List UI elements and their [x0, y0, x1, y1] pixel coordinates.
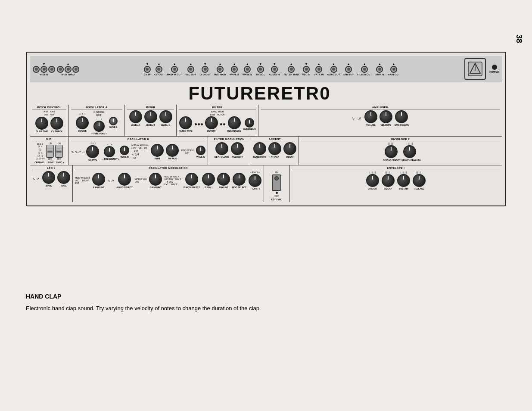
control-panels: PITCH CONTROL A BX AX B A B ABX GLIDE TI…: [30, 105, 502, 202]
pwm-knob[interactable]: PWM: [151, 144, 164, 160]
b-mod-select-knob[interactable]: B MOD SELECT: [184, 173, 200, 189]
patch-osc-mod: ▲ OSC MOD: [214, 62, 226, 76]
bottom-content: HAND CLAP Electronic hand clap sound. Tr…: [26, 293, 506, 313]
b-env-i-knob[interactable]: B ENV I: [202, 173, 215, 189]
volume-knob[interactable]: VOLUME: [364, 110, 377, 126]
wave-a-selector[interactable]: WAVE A: [109, 117, 118, 128]
mod-select-knob[interactable]: MOD SELECT: [232, 173, 246, 189]
brand-icon: [464, 58, 486, 80]
jack[interactable]: [171, 66, 178, 73]
attack-decay-knob[interactable]: ATTACK / DECAY: [383, 145, 399, 161]
jack[interactable]: [231, 66, 238, 73]
accent-panel: ACCENT SENSITIVITY ATTACK DECAY: [251, 137, 299, 165]
glide-time-knob[interactable]: GLIDE TIME: [35, 117, 48, 133]
overdrive-knob[interactable]: OVERDRIVE: [243, 118, 256, 131]
envelope2-panel: ENVELOPE 2 ||||| ATTACK / DECAY: [299, 137, 502, 165]
filter-type-knob[interactable]: FILTER TYPE: [179, 116, 193, 132]
jack[interactable]: [303, 66, 310, 73]
wave-c-knob[interactable]: WAVE C: [196, 146, 205, 158]
level-a-knob[interactable]: LEVEL A: [129, 110, 142, 126]
envelope1-panel: ENVELOPE I ||||| ATTACK |||||: [290, 165, 502, 202]
power-led: [492, 65, 497, 70]
patch-filter-out: ▲ FILTER OUT: [357, 62, 372, 76]
cv-track-knob[interactable]: CV TRACK: [50, 117, 63, 133]
oscillator-a-panel: OSCILLATOR A -101 OCTAVE ℝ NOISE EXT −: [69, 105, 125, 136]
filter-velocity-knob[interactable]: VELOCITY: [231, 142, 244, 158]
jack[interactable]: [72, 66, 79, 73]
jack[interactable]: [144, 66, 151, 73]
cutoff-knob[interactable]: CUTOFF: [205, 116, 218, 132]
amount-knob[interactable]: AMOUNT: [217, 173, 230, 189]
jack[interactable]: [330, 66, 337, 73]
osc-b-octave-knob[interactable]: -202 OCTAVE: [86, 142, 99, 161]
patch-gate-in: ▲ GATE IN: [314, 62, 324, 76]
level-b-knob[interactable]: LEVEL B: [144, 110, 157, 126]
jack[interactable]: [271, 66, 278, 73]
resonance-knob[interactable]: RESONANCE: [227, 116, 241, 132]
level-c-knob[interactable]: LEVEL C: [159, 110, 172, 126]
key-sync-toggle[interactable]: [272, 174, 281, 191]
a-amount-knob[interactable]: A AMOUNT: [92, 173, 105, 189]
oscillator-b-panel: OSCILLATOR B ∿ ∿↗ □ -202 OCTAVE − + — FR…: [69, 137, 208, 165]
env1-decay-knob[interactable]: DECAY: [382, 174, 395, 190]
accent-attack-knob[interactable]: ATTACK: [268, 142, 281, 158]
amplifier-panel: AMPLIFIER ∿ ↑↗ VOLUME VELOCITY ENV 2 SHA…: [258, 105, 502, 136]
patch-midi-in: ▼ MIDI IN: [33, 62, 55, 76]
patch-lfo-out: ▼ LFO OUT: [200, 62, 211, 76]
jack[interactable]: [33, 66, 40, 73]
jack[interactable]: [57, 66, 64, 73]
lfo-rate-knob[interactable]: RATE: [57, 171, 70, 187]
jack[interactable]: [202, 66, 208, 73]
jack[interactable]: [217, 66, 224, 73]
row3: LFO ● ∿ ↗ WAVE RATE OSCILLATOR MODULATIO…: [30, 165, 502, 202]
env2-shape-knob[interactable]: ENV 2 SHAPE: [395, 110, 409, 126]
osc-a-octave-knob[interactable]: -101 OCTAVE: [76, 113, 89, 132]
jack[interactable]: [376, 66, 383, 73]
mod-wheel[interactable]: [55, 145, 63, 158]
patch-vel-out: ▲ VEL OUT: [185, 62, 196, 76]
env1-release-knob[interactable]: RELEASE: [413, 174, 426, 190]
patch-filter-mod: ▲ FILTER MOD: [283, 62, 299, 76]
b-amount-knob[interactable]: B AMOUNT: [149, 173, 162, 189]
jack[interactable]: [40, 66, 47, 73]
patch-amp-in: ▲ AMP IN: [375, 62, 384, 76]
power-indicator: POWER: [489, 65, 499, 73]
jack[interactable]: [345, 66, 352, 73]
hand-clap-description: Electronic hand clap sound. Try varying …: [26, 304, 506, 313]
row2: MIDI 16 1 2 14 4 ⊙ 13 5: [30, 137, 502, 165]
jack[interactable]: [65, 66, 72, 73]
jack[interactable]: [156, 66, 162, 73]
logo-area: FUTURERETR0: [30, 82, 502, 105]
decay-release-knob[interactable]: DECAY / RELEASE: [401, 145, 418, 161]
wave-b-knob[interactable]: WAVE B: [120, 146, 129, 158]
jack[interactable]: [48, 66, 55, 73]
fine-tune-knob[interactable]: − + — FINE TUNE +: [91, 118, 107, 135]
jack[interactable]: [288, 66, 295, 73]
patch-main-out: ▲ MAIN OUT: [388, 62, 400, 76]
osc-b-freq-knob[interactable]: − + — FREQUENCY +: [101, 143, 118, 160]
sensitivity-knob[interactable]: SENSITIVITY: [253, 142, 267, 158]
patch-mod-w-out: ▲ MOD W OUT: [167, 62, 182, 76]
patch-midi-thru: ▲ MIDI THRU: [57, 62, 79, 76]
filter-mod-panel: FILTER MODULATION KEY FOLLOW VELOCITY: [208, 137, 251, 165]
a-mod-select-knob[interactable]: A MOD SELECT: [116, 173, 133, 189]
key-follow-knob[interactable]: KEY FOLLOW: [215, 142, 229, 158]
jack[interactable]: [315, 66, 322, 73]
midi-panel: MIDI 16 1 2 14 4 ⊙ 13 5: [30, 137, 69, 165]
env1-sustain-knob[interactable]: SUSTAIN: [397, 174, 410, 190]
pw-mod-knob[interactable]: PW MOD: [166, 144, 179, 160]
jack[interactable]: [390, 66, 397, 73]
env-i-knob[interactable]: − ENV I + — ENV I +: [249, 171, 261, 190]
jack[interactable]: [244, 66, 251, 73]
lfo-panel: LFO ● ∿ ↗ WAVE RATE: [30, 165, 73, 202]
jack[interactable]: [361, 66, 368, 73]
env1-attack-knob[interactable]: ATTACK: [366, 174, 379, 190]
lfo-wave-knob[interactable]: WAVE: [42, 171, 55, 187]
velocity-knob[interactable]: VELOCITY: [380, 110, 392, 126]
jack[interactable]: [257, 66, 264, 73]
jack[interactable]: [187, 66, 194, 73]
accent-decay-knob[interactable]: DECAY: [283, 142, 296, 158]
pitch-wheel[interactable]: [46, 145, 54, 158]
brand-name: FUTURERETR0: [188, 83, 330, 104]
row1: PITCH CONTROL A BX AX B A B ABX GLIDE TI…: [30, 105, 502, 137]
